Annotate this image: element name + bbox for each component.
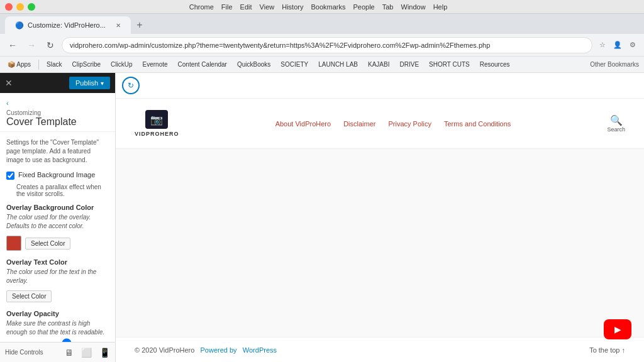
customizing-label: Customizing [6, 109, 109, 116]
nav-terms[interactable]: Terms and Conditions [444, 120, 511, 128]
bookmark-resources[interactable]: Resources [477, 60, 513, 69]
bookmark-society[interactable]: SOCIETY [278, 60, 311, 69]
opacity-section: Overlay Opacity Make sure the contrast i… [6, 310, 109, 342]
overlay-text-select-color-btn[interactable]: Select Color [6, 290, 52, 302]
bookmarks-bar: 📦 Apps Slack ClipScribe ClickUp Evernote… [0, 57, 644, 73]
footer-powered-by[interactable]: Powered by WordPress [201, 346, 277, 354]
customize-indicator[interactable]: ↻ [122, 77, 140, 94]
mac-menu-tab[interactable]: Tab [382, 3, 394, 11]
refresh-nav-btn[interactable]: ↻ [43, 38, 58, 53]
bookmark-kajabi[interactable]: KAJABI [365, 60, 392, 69]
chrome-tab-bar: 🔵 Customize: VidProHero... ✕ + [0, 14, 644, 34]
desktop-view-icon[interactable]: 🖥 [65, 348, 74, 358]
overlay-bg-select-color-btn[interactable]: Select Color [25, 238, 70, 250]
search-label: Search [607, 126, 625, 133]
bookmark-quickbooks[interactable]: QuickBooks [235, 60, 273, 69]
preview-wrapper: ↻ 📷 VIDPROHERO About VidProHero Disclaim… [116, 73, 644, 362]
logo-text: VIDPROHERO [135, 131, 179, 137]
bookmark-evernote[interactable]: Evernote [140, 60, 170, 69]
panel-description: Settings for the "Cover Template" page t… [6, 138, 109, 165]
mac-menu-history[interactable]: History [282, 3, 303, 11]
nav-disclaimer[interactable]: Disclaimer [343, 120, 375, 128]
tablet-view-icon[interactable]: ⬜ [81, 348, 92, 358]
overlay-text-title: Overlay Text Color [6, 258, 109, 266]
bookmark-slack[interactable]: Slack [44, 60, 64, 69]
address-input[interactable] [62, 37, 592, 53]
address-bar: ← → ↻ ☆ 👤 ⚙ [0, 34, 644, 57]
hide-controls-label[interactable]: Hide Controls [5, 349, 43, 356]
bookmark-shortcuts[interactable]: SHORT CUTS [426, 60, 472, 69]
panel-bottom: Hide Controls 🖥 ⬜ 📱 [0, 342, 115, 362]
bottom-icons: 🖥 ⬜ 📱 [65, 348, 110, 358]
panel-top-bar: ✕ Publish ▾ [0, 73, 115, 93]
tab-close-btn[interactable]: ✕ [116, 22, 121, 29]
new-tab-btn[interactable]: + [131, 16, 148, 34]
preview-area: 📷 VIDPROHERO About VidProHero Disclaimer… [116, 99, 644, 362]
bookmark-clipscribe[interactable]: ClipScribe [69, 60, 103, 69]
mac-os-bar: Chrome File Edit View History Bookmarks … [0, 0, 644, 14]
site-content [116, 149, 644, 337]
bookmark-drive[interactable]: DRIVE [397, 60, 421, 69]
opacity-title: Overlay Opacity [6, 310, 109, 317]
publish-arrow-icon: ▾ [101, 80, 104, 87]
mac-menu-edit[interactable]: Edit [240, 3, 252, 11]
fixed-bg-label: Fixed Background Image [18, 171, 95, 178]
mac-menu-help[interactable]: Help [433, 3, 448, 11]
bookmark-launchlab[interactable]: LAUNCH LAB [316, 60, 360, 69]
overlay-bg-desc: The color used for the overlay. Defaults… [6, 213, 109, 231]
fixed-bg-row: Fixed Background Image [6, 171, 109, 180]
bookmark-contentcal[interactable]: Content Calendar [175, 60, 230, 69]
footer-to-top[interactable]: To the top ↑ [589, 346, 625, 354]
overlay-bg-title: Overlay Background Color [6, 204, 109, 211]
preview-top-bar: ↻ [116, 73, 644, 99]
overlay-bg-color-row: Select Color [6, 236, 109, 251]
bookmark-apps[interactable]: 📦 Apps [5, 60, 33, 69]
overlay-bg-swatch[interactable] [6, 236, 21, 251]
overlay-text-desc: The color used for the text in the overl… [6, 268, 109, 285]
site-footer: © 2020 VidProHero Powered by WordPress T… [116, 337, 644, 362]
fixed-bg-checkbox[interactable] [6, 172, 14, 180]
address-bar-icons: ☆ 👤 ⚙ [596, 39, 639, 52]
customizer-panel: ✕ Publish ▾ ‹ Customizing Cover Template… [0, 73, 116, 362]
back-arrow-icon: ‹ [6, 99, 9, 107]
search-button[interactable]: 🔍 Search [607, 114, 625, 133]
back-nav-btn[interactable]: ← [5, 38, 20, 53]
mac-menu-people[interactable]: People [353, 3, 374, 11]
chrome-active-tab[interactable]: 🔵 Customize: VidProHero... ✕ [5, 16, 131, 34]
mac-min-btn[interactable] [16, 3, 24, 11]
extension-icon[interactable]: ⚙ [626, 39, 639, 52]
mac-menu-bookmarks[interactable]: Bookmarks [311, 3, 345, 11]
opacity-desc: Make sure the contrast is high enough so… [6, 319, 109, 337]
mac-window-controls[interactable] [5, 3, 35, 11]
youtube-play-icon: ▶ [614, 324, 621, 334]
mobile-view-icon[interactable]: 📱 [99, 348, 110, 358]
mac-menu-chrome[interactable]: Chrome [189, 3, 214, 11]
logo-icon: 📷 [145, 110, 168, 129]
mac-close-btn[interactable] [5, 3, 13, 11]
mac-menu-view[interactable]: View [260, 3, 275, 11]
forward-nav-btn[interactable]: → [24, 38, 39, 53]
main-layout: ✕ Publish ▾ ‹ Customizing Cover Template… [0, 73, 644, 362]
overlay-text-color-row: Select Color [6, 290, 109, 302]
bookmark-clickup[interactable]: ClickUp [108, 60, 135, 69]
mac-menu-window[interactable]: Window [401, 3, 426, 11]
back-button[interactable]: ‹ [6, 99, 109, 107]
site-nav: About VidProHero Disclaimer Privacy Poli… [275, 120, 511, 128]
panel-title: Cover Template [6, 116, 109, 128]
profile-icon[interactable]: 👤 [611, 39, 624, 52]
other-bookmarks[interactable]: Other Bookmarks [590, 61, 639, 68]
youtube-button[interactable]: ▶ [604, 319, 631, 339]
panel-close-btn[interactable]: ✕ [5, 78, 13, 88]
site-logo: 📷 VIDPROHERO [135, 110, 179, 137]
fixed-bg-desc: Creates a parallax effect when the visit… [16, 184, 109, 197]
bookmark-star-icon[interactable]: ☆ [596, 39, 609, 52]
nav-about[interactable]: About VidProHero [275, 120, 331, 128]
nav-privacy[interactable]: Privacy Policy [388, 120, 431, 128]
site-header: 📷 VIDPROHERO About VidProHero Disclaimer… [116, 99, 644, 149]
panel-header: ‹ Customizing Cover Template [0, 93, 115, 132]
publish-button[interactable]: Publish ▾ [69, 77, 110, 89]
mac-menu-file[interactable]: File [221, 3, 233, 11]
mac-menu-bar: Chrome File Edit View History Bookmarks … [189, 3, 448, 11]
tab-title: Customize: VidProHero... [28, 21, 106, 29]
mac-max-btn[interactable] [28, 3, 35, 11]
